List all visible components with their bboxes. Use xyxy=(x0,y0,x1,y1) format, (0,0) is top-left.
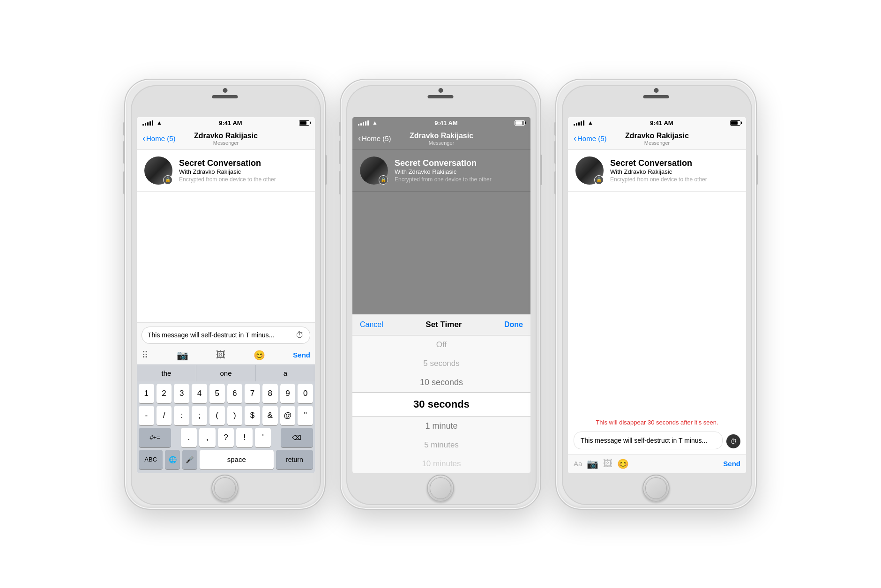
timer-options: Off 5 seconds 10 seconds 30 seconds 1 mi… xyxy=(352,335,530,473)
apps-icon-1[interactable]: ⠿ xyxy=(142,350,149,361)
nav-subtitle-1: Messenger xyxy=(185,140,267,146)
camera-icon-1[interactable]: 📷 xyxy=(177,350,188,361)
signal-icon xyxy=(142,120,153,126)
key-space[interactable]: space xyxy=(200,450,274,469)
nav-title-1: Zdravko Rakijasic xyxy=(185,132,267,140)
wifi-icon: ▲ xyxy=(157,119,162,126)
key-0[interactable]: 0 xyxy=(298,384,313,403)
timer-option-30s[interactable]: 30 seconds xyxy=(352,392,530,417)
nav-title-2: Zdravko Rakijasic xyxy=(400,132,483,140)
timer-option-5m[interactable]: 5 minutes xyxy=(352,436,530,454)
key-lparen[interactable]: ( xyxy=(209,406,225,425)
mute-button-2[interactable] xyxy=(339,122,341,136)
key-question[interactable]: ? xyxy=(218,428,234,447)
mute-button-3[interactable] xyxy=(554,122,556,136)
conv-title-1: Secret Conversation xyxy=(179,158,307,168)
power-button-3[interactable] xyxy=(756,155,758,185)
nav-subtitle-3: Messenger xyxy=(616,140,698,146)
key-globe[interactable]: 🌐 xyxy=(165,450,180,469)
status-bar-1: ▲ 9:41 AM xyxy=(137,117,315,128)
battery-icon-2 xyxy=(515,120,525,126)
send-button-3[interactable]: Send xyxy=(723,460,740,468)
key-delete[interactable]: ⌫ xyxy=(281,428,313,447)
power-button[interactable] xyxy=(325,155,327,185)
key-semicolon[interactable]: ; xyxy=(192,406,207,425)
vol-down-button[interactable] xyxy=(123,171,125,194)
key-5[interactable]: 5 xyxy=(209,384,225,403)
conv-title-3: Secret Conversation xyxy=(610,158,739,168)
lock-badge-1: 🔒 xyxy=(163,175,172,185)
back-button-3[interactable]: ‹ Home (5) xyxy=(574,134,616,143)
key-1[interactable]: 1 xyxy=(139,384,154,403)
avatar-3: 🔒 xyxy=(575,156,604,185)
key-6[interactable]: 6 xyxy=(227,384,243,403)
timer-option-5s[interactable]: 5 seconds xyxy=(352,354,530,373)
key-period[interactable]: . xyxy=(181,428,197,447)
status-time-3: 9:41 AM xyxy=(650,119,673,127)
timer-icon-1[interactable]: ⏱ xyxy=(296,330,304,340)
vol-up-button[interactable] xyxy=(123,141,125,164)
key-8[interactable]: 8 xyxy=(262,384,278,403)
key-abc[interactable]: ABC xyxy=(139,450,163,469)
mute-button[interactable] xyxy=(123,122,125,136)
vol-up-button-2[interactable] xyxy=(339,141,341,164)
pred-word-2[interactable]: a xyxy=(256,365,315,381)
conv-subtitle-2: With Zdravko Rakijasic xyxy=(395,168,523,175)
key-slash[interactable]: / xyxy=(157,406,172,425)
speaker xyxy=(212,95,238,98)
key-4[interactable]: 4 xyxy=(192,384,207,403)
timer-title: Set Timer xyxy=(426,320,462,329)
avatar-2: 🔒 xyxy=(360,156,388,185)
home-button-1[interactable] xyxy=(211,475,239,502)
timer-option-1m[interactable]: 1 minute xyxy=(352,417,530,436)
pred-word-1[interactable]: one xyxy=(196,365,256,381)
key-at[interactable]: @ xyxy=(280,406,296,425)
power-button-2[interactable] xyxy=(540,155,542,185)
key-9[interactable]: 9 xyxy=(280,384,296,403)
vol-down-button-3[interactable] xyxy=(554,171,556,194)
key-exclaim[interactable]: ! xyxy=(236,428,253,447)
emoji-icon-3[interactable]: 😊 xyxy=(617,458,629,469)
pred-word-0[interactable]: the xyxy=(137,365,196,381)
message-input-1[interactable]: This message will self-destruct in T min… xyxy=(142,327,310,344)
timer-option-10m[interactable]: 10 minutes xyxy=(352,454,530,473)
conv-desc-3: Encrypted from one device to the other xyxy=(610,176,739,183)
send-button-1[interactable]: Send xyxy=(293,351,310,359)
key-rparen[interactable]: ) xyxy=(227,406,243,425)
key-quote[interactable]: " xyxy=(298,406,313,425)
key-apostrophe[interactable]: ' xyxy=(255,428,271,447)
key-mic[interactable]: 🎤 xyxy=(182,450,197,469)
conv-header-3: 🔒 Secret Conversation With Zdravko Rakij… xyxy=(568,150,746,192)
photo-icon-3[interactable]: 🖼 xyxy=(603,458,612,469)
key-return[interactable]: return xyxy=(276,450,313,469)
key-7[interactable]: 7 xyxy=(245,384,260,403)
key-amp[interactable]: & xyxy=(262,406,278,425)
nav-subtitle-2: Messenger xyxy=(400,140,483,146)
conv-title-2: Secret Conversation xyxy=(395,158,523,168)
timer-option-10s[interactable]: 10 seconds xyxy=(352,373,530,392)
key-2[interactable]: 2 xyxy=(157,384,172,403)
key-colon[interactable]: : xyxy=(174,406,189,425)
timer-done-button[interactable]: Done xyxy=(504,320,523,329)
timer-option-off[interactable]: Off xyxy=(352,335,530,354)
vol-down-button-2[interactable] xyxy=(339,171,341,194)
timer-picker: Cancel Set Timer Done Off 5 seconds 10 s… xyxy=(352,314,530,473)
home-button-2[interactable] xyxy=(427,475,454,502)
nav-title-3: Zdravko Rakijasic xyxy=(616,132,698,140)
timer-cancel-button[interactable]: Cancel xyxy=(360,320,383,329)
camera-icon-3[interactable]: 📷 xyxy=(587,458,598,469)
key-dollar[interactable]: $ xyxy=(245,406,260,425)
emoji-icon-1[interactable]: 😊 xyxy=(254,350,265,361)
back-button-2[interactable]: ‹ Home (5) xyxy=(358,134,400,143)
vol-up-button-3[interactable] xyxy=(554,141,556,164)
photo-icon-1[interactable]: 🖼 xyxy=(216,350,225,360)
timer-circle-icon: ⏱ xyxy=(726,434,740,448)
key-symbols[interactable]: #+= xyxy=(139,428,171,447)
key-dash[interactable]: - xyxy=(139,406,154,425)
home-button-3[interactable] xyxy=(642,475,670,502)
aa-button[interactable]: Aa xyxy=(574,460,582,468)
key-comma[interactable]: , xyxy=(199,428,216,447)
key-3[interactable]: 3 xyxy=(174,384,189,403)
back-button-1[interactable]: ‹ Home (5) xyxy=(142,134,185,143)
conv-subtitle-1: With Zdravko Rakijasic xyxy=(179,168,307,175)
